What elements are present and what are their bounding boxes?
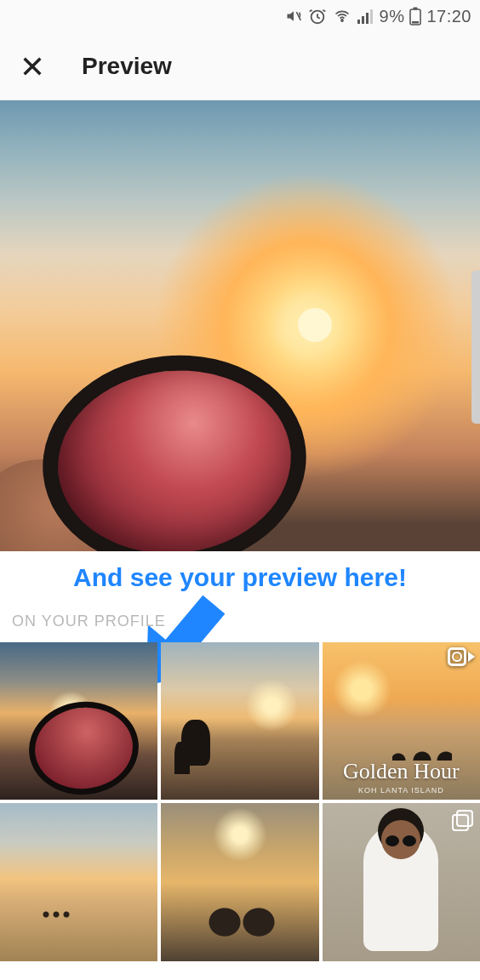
signal-icon <box>357 9 374 24</box>
section-label-on-profile: ON YOUR PROFILE <box>12 612 166 630</box>
status-bar: 9% 17:20 <box>0 0 480 32</box>
annotation-text: And see your preview here! <box>0 563 480 592</box>
sun-glow <box>298 308 332 342</box>
svg-rect-3 <box>357 20 360 24</box>
grid-item[interactable] <box>161 642 318 800</box>
video-badge-icon <box>448 647 475 666</box>
header: Preview <box>0 32 480 100</box>
scrollbar-thumb[interactable] <box>471 271 480 424</box>
svg-rect-9 <box>412 21 419 24</box>
multi-photo-badge-icon <box>454 810 473 829</box>
svg-rect-4 <box>362 16 364 24</box>
bottom-crop <box>0 971 480 980</box>
profile-grid: Golden Hour Koh Lanta Island <box>0 642 480 961</box>
grid-item[interactable]: Golden Hour Koh Lanta Island <box>323 642 480 800</box>
svg-rect-6 <box>370 9 373 24</box>
grid-item[interactable] <box>161 803 318 960</box>
svg-rect-8 <box>414 8 418 10</box>
alarm-icon <box>308 7 327 26</box>
main-preview-image[interactable] <box>0 100 480 551</box>
grid-item[interactable] <box>0 642 157 800</box>
thumbnail-caption: Golden Hour <box>323 759 480 784</box>
mute-vibrate-icon <box>284 8 303 25</box>
thumbnail-subcaption: Koh Lanta Island <box>323 786 480 795</box>
grid-item[interactable] <box>323 803 480 960</box>
sunglasses-icon <box>386 835 416 846</box>
svg-rect-5 <box>366 13 369 24</box>
clock-time: 17:20 <box>426 7 471 26</box>
svg-point-2 <box>340 20 342 21</box>
battery-percent: 9% <box>380 7 405 26</box>
grid-item[interactable] <box>0 803 157 960</box>
wifi-icon <box>332 8 352 25</box>
battery-icon <box>409 7 421 26</box>
close-button[interactable] <box>19 53 46 80</box>
page-title: Preview <box>82 53 172 80</box>
